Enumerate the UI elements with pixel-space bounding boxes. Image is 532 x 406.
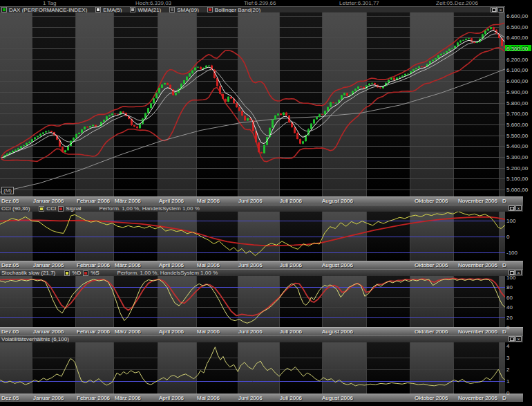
info-bar-item: Hoch:6.339,03 — [135, 0, 171, 6]
y-axis-label: 1 — [506, 378, 531, 385]
close-icon[interactable]: × — [515, 336, 522, 342]
restore-icon[interactable] — [509, 205, 515, 211]
month-label: Juni 2006 — [238, 198, 263, 205]
month-label: August 2006 — [322, 329, 353, 335]
month-label: Juni 2006 — [238, 329, 263, 335]
month-label: November 2006 — [458, 329, 497, 335]
y-axis-label: 60 — [506, 295, 531, 301]
charting-app: 1 TagHoch:6.339,03Tief:6.299,66Letzter:6… — [0, 0, 532, 406]
volatility-panel-title: Volatilitätsverhältnis (6,100) — [1, 336, 69, 342]
cci-window-icons: × — [509, 205, 522, 211]
month-label: November 2006 — [458, 198, 497, 205]
main-chart-legend-bar: DAX (PERFORMANCE-INDEX)EMA(5)WMA(21)SMA(… — [0, 6, 505, 12]
month-label: Mai 2006 — [197, 329, 220, 335]
month-label: August 2006 — [322, 198, 353, 205]
y-axis-label: 100 — [506, 218, 531, 224]
month-label: Juni 2006 — [238, 395, 263, 402]
legend-color-swatch — [59, 207, 63, 211]
y-axis-label: 5.000,00 — [506, 187, 531, 193]
info-bar-item: 1 Tag — [43, 0, 56, 6]
month-label: Juli 2006 — [280, 262, 302, 269]
performance-label: Perform. 1,00 %, HandelsSystem 1,00 % — [99, 205, 199, 212]
month-label: Mai 2006 — [197, 395, 220, 402]
y-axis-label: 5.700,00 — [506, 111, 531, 117]
month-label: D — [502, 329, 506, 335]
month-label: April 2006 — [159, 395, 184, 402]
stochastic-panel-title: Stochastik slow (21,7) — [1, 270, 55, 276]
y-axis-label: 2 — [506, 367, 531, 373]
indicator-legend-item[interactable]: %D — [65, 270, 81, 276]
info-bar: 1 TagHoch:6.339,03Tief:6.299,66Letzter:6… — [0, 0, 532, 6]
legend-label: %S — [91, 270, 99, 276]
close-icon[interactable]: × — [515, 205, 522, 211]
y-axis-label: 6.600,00 — [506, 13, 531, 19]
y-axis-label: 0 — [506, 390, 531, 396]
stochastic-panel-header: Stochastik slow (21,7) %D%SPerform. 1,00… — [0, 269, 523, 276]
y-axis-label: 100 — [506, 275, 531, 281]
y-axis-label: 6.500,00 — [506, 24, 531, 30]
y-axis-label: 5.600,00 — [506, 122, 531, 128]
month-label: März 2006 — [115, 395, 141, 402]
marker-mode-box[interactable]: (M) — [1, 187, 14, 194]
y-axis-label: 0 — [506, 324, 531, 331]
y-axis-label: 5.200,00 — [506, 165, 531, 172]
month-label: August 2006 — [322, 395, 353, 402]
month-label: März 2006 — [115, 198, 141, 205]
month-label: August 2006 — [322, 262, 353, 269]
month-label: Februar 2006 — [77, 198, 110, 205]
date-axis-volatility: Dez.05Januar 2006Februar 2006März 2006Ap… — [0, 394, 523, 402]
y-axis-label: 6.000,00 — [506, 78, 531, 84]
y-axis-label: 5.100,00 — [506, 176, 531, 182]
month-label: Januar 2006 — [33, 395, 64, 402]
date-axis-main: Dez.05Januar 2006Februar 2006März 2006Ap… — [0, 196, 523, 205]
cci-chart[interactable] — [0, 212, 505, 261]
y-axis-label: 40 — [506, 304, 531, 311]
main-price-chart[interactable] — [0, 12, 505, 196]
month-label: April 2006 — [159, 262, 184, 269]
restore-icon[interactable] — [491, 7, 497, 12]
legend-color-swatch — [65, 271, 69, 275]
month-label: Januar 2006 — [33, 262, 64, 269]
y-axis-label: 0 — [506, 234, 531, 240]
y-axis-label: 5.300,00 — [506, 154, 531, 160]
month-label: Oktober 2006 — [415, 262, 448, 269]
y-axis-label: 6.200,00 — [506, 57, 531, 63]
legend-color-swatch — [170, 8, 174, 12]
month-label: März 2006 — [115, 329, 141, 335]
y-axis-label: 6.400,00 — [506, 35, 531, 41]
month-label: D — [502, 198, 506, 205]
y-axis-label: 5.800,00 — [506, 100, 531, 107]
y-axis-label: -100 — [506, 250, 531, 256]
legend-label: %D — [72, 270, 81, 276]
month-label: Juni 2006 — [238, 262, 263, 269]
indicator-legend-item[interactable]: Signal — [59, 205, 81, 212]
date-axis-stochastic: Dez.05Januar 2006Februar 2006März 2006Ap… — [0, 327, 523, 335]
close-icon[interactable]: × — [497, 7, 504, 12]
volatility-chart[interactable] — [0, 342, 505, 394]
indicator-legend-item[interactable]: %S — [84, 270, 99, 276]
month-label: Oktober 2006 — [415, 395, 448, 402]
date-axis-cci: Dez.05Januar 2006Februar 2006März 2006Ap… — [0, 261, 523, 269]
legend-label: CCI — [46, 205, 56, 212]
month-label: Juli 2006 — [280, 198, 302, 205]
legend-color-swatch — [39, 207, 44, 211]
legend-label: Signal — [66, 205, 81, 212]
y-axis-label: 3 — [506, 355, 531, 361]
month-label: November 2006 — [458, 395, 497, 402]
performance-label: Perform. 1,00 %, HandelsSystem 1,00 % — [117, 270, 218, 276]
indicator-legend-item[interactable]: CCI — [39, 205, 56, 212]
legend-color-swatch — [208, 8, 212, 12]
y-axis-label: 20 — [506, 315, 531, 321]
legend-color-swatch — [2, 8, 6, 12]
month-label: Oktober 2006 — [415, 198, 448, 205]
month-label: April 2006 — [159, 329, 184, 335]
month-label: Mai 2006 — [197, 262, 220, 269]
volatility-window-icons: × — [509, 336, 522, 342]
legend-color-swatch — [96, 8, 100, 12]
y-axis-label: 5.900,00 — [506, 89, 531, 95]
stochastic-chart[interactable] — [0, 276, 505, 327]
y-axis-label: 6.100,00 — [506, 67, 531, 73]
restore-icon[interactable] — [509, 336, 515, 342]
month-label: D — [502, 262, 506, 269]
y-axis-label: 6.300,00 — [506, 46, 531, 52]
